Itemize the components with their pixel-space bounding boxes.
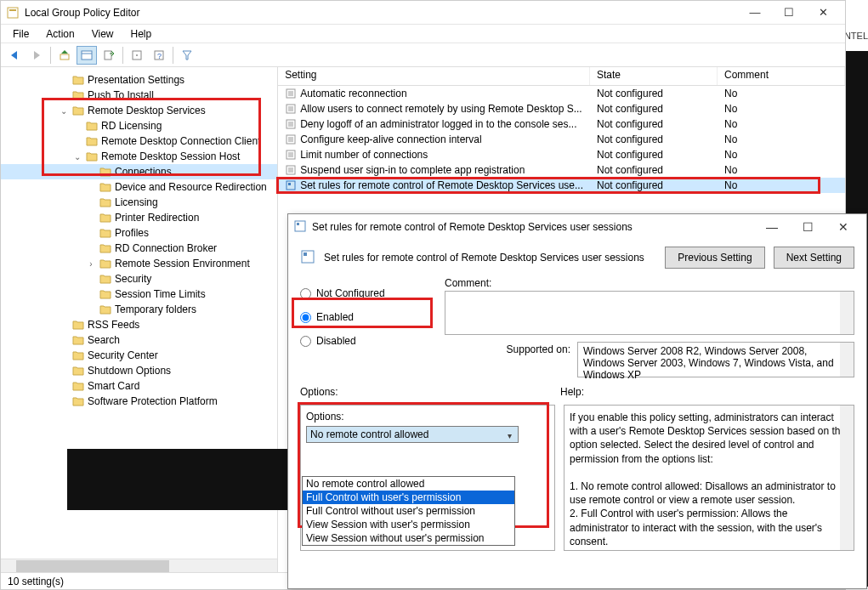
maximize-button[interactable]: ☐ [772, 1, 806, 25]
setting-comment: No [718, 179, 845, 191]
tree-label: Profiles [115, 227, 149, 239]
setting-comment: No [718, 88, 845, 99]
radio-enabled[interactable]: Enabled [300, 308, 436, 326]
comment-scrollbar[interactable] [840, 292, 854, 334]
tree-item[interactable]: Smart Card [1, 378, 277, 394]
tree-item[interactable]: Search [1, 332, 277, 348]
options-label: Options: [300, 386, 552, 398]
tree-item[interactable]: ›Remote Session Environment [1, 256, 277, 271]
supported-scrollbar[interactable] [840, 343, 854, 377]
menu-help[interactable]: Help [122, 26, 161, 42]
tree-label: Remote Desktop Session Host [101, 150, 240, 162]
tree-label: RD Licensing [101, 120, 162, 132]
tree-item[interactable]: Software Protection Platform [1, 394, 277, 409]
tree-item[interactable]: Presentation Settings [1, 72, 277, 88]
tree-label: Device and Resource Redirection [115, 181, 267, 193]
comment-textarea[interactable] [445, 291, 854, 335]
dialog-minimize[interactable]: — [754, 215, 790, 239]
combo-option[interactable]: View Session with user's permission [303, 518, 514, 531]
list-row[interactable]: Allow users to connect remotely by using… [278, 101, 845, 116]
combo-option[interactable]: View Session without user's permission [303, 531, 514, 545]
tree-label: Printer Redirection [115, 212, 199, 224]
next-setting-button[interactable]: Next Setting [774, 247, 854, 269]
radio-not-configured[interactable]: Not Configured [300, 284, 436, 303]
svg-rect-39 [304, 252, 307, 256]
bg-text: NTEL [844, 31, 868, 41]
menu-file[interactable]: File [4, 26, 37, 42]
tree-item[interactable]: Device and Resource Redirection [1, 179, 277, 195]
tree-label: Temporary folders [115, 304, 196, 315]
list-row[interactable]: Limit number of connectionsNot configure… [278, 147, 845, 162]
col-setting[interactable]: Setting [278, 67, 590, 85]
menu-view[interactable]: View [83, 26, 122, 42]
previous-setting-button[interactable]: Previous Setting [665, 247, 764, 269]
filter-button[interactable] [177, 46, 197, 65]
close-button[interactable]: ✕ [806, 1, 840, 25]
tree-item[interactable]: RSS Feeds [1, 317, 277, 332]
tree-hscrollbar[interactable] [1, 559, 277, 572]
tree-item[interactable]: Session Time Limits [1, 286, 277, 302]
tree-item[interactable]: Security [1, 271, 277, 286]
tree-label: Remote Desktop Services [88, 105, 206, 116]
chevron-right-icon[interactable]: › [86, 259, 96, 269]
svg-rect-36 [295, 221, 305, 231]
tree-item[interactable]: RD Licensing [1, 118, 277, 133]
setting-icon [285, 164, 297, 176]
minimize-button[interactable]: — [738, 1, 772, 25]
combo-option[interactable]: No remote control allowed [303, 477, 514, 491]
radio-disabled[interactable]: Disabled [300, 332, 436, 350]
combo-option[interactable]: Full Control without user's permission [303, 504, 514, 518]
setting-state: Not configured [590, 149, 718, 161]
list-row[interactable]: Configure keep-alive connection interval… [278, 132, 845, 147]
combo-dropdown[interactable]: No remote control allowedFull Control wi… [302, 476, 515, 546]
folder-icon [86, 136, 98, 146]
tree-item[interactable]: RD Connection Broker [1, 241, 277, 256]
help-panel: If you enable this policy setting, admin… [564, 405, 854, 551]
dialog-titlebar[interactable]: Set rules for remote control of Remote D… [288, 214, 866, 240]
combo-option[interactable]: Full Control with user's permission [303, 491, 514, 504]
dialog-maximize[interactable]: ☐ [790, 215, 825, 239]
chevron-down-icon[interactable]: ⌄ [59, 106, 69, 116]
forward-button[interactable] [26, 46, 47, 65]
up-button[interactable] [54, 46, 75, 65]
col-state[interactable]: State [590, 67, 718, 85]
tree-item[interactable]: Licensing [1, 195, 277, 210]
setting-icon [285, 133, 297, 145]
menu-action[interactable]: Action [37, 26, 82, 42]
setting-state: Not configured [590, 164, 718, 176]
tree-item[interactable]: Profiles [1, 225, 277, 241]
titlebar[interactable]: Local Group Policy Editor — ☐ ✕ [1, 1, 845, 25]
dialog-close[interactable]: ✕ [825, 215, 861, 239]
setting-comment: No [718, 103, 845, 115]
combo-value: No remote control allowed [310, 428, 428, 440]
tree-item[interactable]: Printer Redirection [1, 210, 277, 225]
tree-item[interactable]: Security Center [1, 348, 277, 363]
list-row[interactable]: Deny logoff of an administrator logged i… [278, 116, 845, 132]
list-row[interactable]: Automatic reconnectionNot configuredNo [278, 86, 845, 101]
radio-notconf-label: Not Configured [316, 287, 385, 299]
tree-item[interactable]: Shutdown Options [1, 363, 277, 378]
export-button[interactable] [99, 46, 119, 65]
list-row[interactable]: Suspend user sign-in to complete app reg… [278, 162, 845, 178]
back-button[interactable] [4, 46, 25, 65]
tree-item[interactable]: Push To Install [1, 88, 277, 103]
setting-comment: No [718, 149, 845, 161]
folder-icon [99, 243, 111, 253]
tree-item[interactable]: ⌄Remote Desktop Session Host [1, 149, 277, 164]
tree-item[interactable]: Remote Desktop Connection Client [1, 133, 277, 149]
help-scrollbar[interactable] [840, 406, 854, 550]
tree-label: Licensing [115, 196, 158, 208]
options-combo[interactable]: No remote control allowed ▾ [306, 426, 519, 443]
folder-icon [72, 366, 84, 376]
chevron-down-icon[interactable]: ⌄ [72, 152, 82, 162]
properties-button[interactable] [127, 46, 147, 65]
col-comment[interactable]: Comment [718, 67, 845, 85]
list-view-button[interactable] [77, 46, 97, 65]
folder-icon [72, 320, 84, 330]
tree-item[interactable]: Connections [1, 164, 277, 179]
tree-item[interactable]: ⌄Remote Desktop Services [1, 103, 277, 118]
list-row[interactable]: Set rules for remote control of Remote D… [278, 178, 845, 193]
help-button[interactable]: ? [149, 46, 169, 65]
tree-item[interactable]: Temporary folders [1, 302, 277, 317]
tree-label: Session Time Limits [115, 288, 206, 300]
